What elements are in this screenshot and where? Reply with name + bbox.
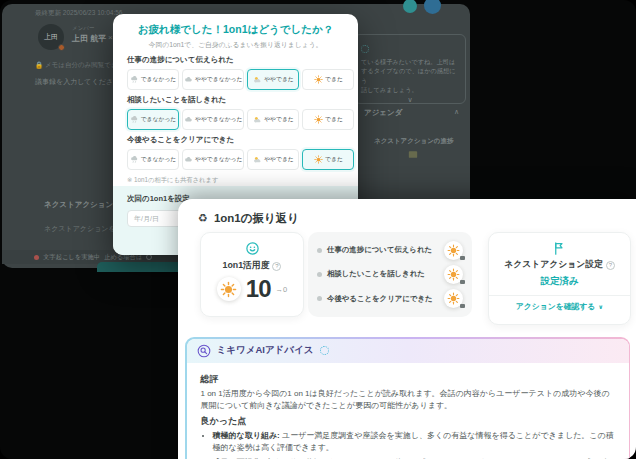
sun-cloud-icon xyxy=(253,75,262,84)
score-delta: →0 xyxy=(276,285,288,294)
bullet-dot-icon xyxy=(317,296,322,301)
survey-question-1: 仕事の進捗について伝えられた できなかった ややできなかった ややできた できた xyxy=(127,55,344,90)
ai-hint-card: ている様子みたいですね。上司は するタイプなので、ほかの感想にう 話してみましょ… xyxy=(354,34,466,104)
checklist-row: 今後やることをクリアにできた xyxy=(317,289,463,308)
option-dekinakatta[interactable]: できなかった xyxy=(127,149,179,170)
option-dekita[interactable]: できた xyxy=(302,149,354,170)
ai-advice-card: ミキワメAIアドバイス 総評 1 on 1活用度から今回の1 on 1は良好だっ… xyxy=(185,337,630,459)
sun-cloud-icon xyxy=(253,155,262,164)
divider xyxy=(489,295,630,296)
end-1on1-button[interactable] xyxy=(97,262,189,272)
option-dekinakatta[interactable]: できなかった xyxy=(127,109,179,130)
ai-summary-text: 1 on 1活用度から今回の1 on 1は良好だったことが読み取れます。会話の内… xyxy=(201,388,615,413)
document-icon xyxy=(408,150,418,159)
survey-question-3: 今後やることをクリアにできた できなかった ややできなかった ややできた できた xyxy=(127,135,344,170)
checklist-row: 仕事の進捗について伝えられた xyxy=(317,241,463,260)
survey-title: お疲れ様でした！1on1はどうでしたか？ xyxy=(113,23,358,37)
next-action-label: ネクストアクション xyxy=(44,200,113,210)
member-name: 上田 航平 xyxy=(72,33,106,44)
sun-icon xyxy=(444,289,463,308)
rain-cloud-icon xyxy=(130,155,139,164)
ai-advice-header: ミキワメAIアドバイス xyxy=(187,339,629,363)
sun-icon xyxy=(314,115,323,124)
screenshot-canvas: 最終更新 2025/06/23 10:04:56 上田 メンバー 上田 航平 ×… xyxy=(0,0,636,459)
sun-icon xyxy=(314,75,323,84)
spinner-icon xyxy=(361,45,369,53)
survey-subtitle: 今回の1on1で、ご自身のふるまいを振り返りましょう。 xyxy=(113,40,358,50)
option-dekinakatta[interactable]: できなかった xyxy=(127,69,179,90)
help-icon[interactable]: ? xyxy=(272,262,281,271)
next-action-status: 設定済み xyxy=(540,275,578,288)
sun-icon xyxy=(444,265,463,284)
next-action-title: ネクストアクション設定 xyxy=(504,259,603,271)
avatar xyxy=(424,0,441,14)
agenda-section-label: アジェンダ xyxy=(364,108,402,118)
delta-badge xyxy=(460,256,465,260)
share-note: ※ 1on1の相手にも共有されます xyxy=(127,176,218,185)
ai-advice-title: ミキワメAIアドバイス xyxy=(217,344,314,357)
rain-cloud-icon xyxy=(130,75,139,84)
ai-good-points-list: 積極的な取り組み: ユーザー満足度調査や座談会を実施し、多くの有益な情報を得るこ… xyxy=(201,430,615,459)
score-value: 10 xyxy=(246,275,271,303)
option-dekita[interactable]: できた xyxy=(302,109,354,130)
checklist-card: 仕事の進捗について伝えられた 相談したいことを話しきれた 今後やることをクリアに… xyxy=(308,232,472,317)
next-action-progress-label: ネクストアクションの進捗 xyxy=(374,137,454,146)
recycle-icon: ♻ xyxy=(198,212,208,225)
option-yaya-dekita[interactable]: ややできた xyxy=(247,109,299,130)
cloud-icon xyxy=(184,115,193,124)
chevron-down-icon: ∨ xyxy=(598,303,603,310)
ai-good-heading: 良かった点 xyxy=(201,415,615,428)
sun-icon xyxy=(444,241,463,260)
option-yaya-dekinakatta[interactable]: ややできなかった xyxy=(182,149,244,170)
avatar xyxy=(403,0,417,13)
loading-spinner-icon xyxy=(320,346,329,355)
option-yaya-dekita[interactable]: ややできた xyxy=(247,149,299,170)
rain-cloud-icon xyxy=(130,115,139,124)
smiley-icon xyxy=(245,241,260,256)
minutes-input[interactable]: 議事録を入力してください xyxy=(35,77,120,87)
delta-badge xyxy=(460,304,465,308)
member-role-label: メンバー xyxy=(72,25,94,32)
score-card: 1on1活用度 ? 10 →0 xyxy=(200,232,304,317)
ai-summary-heading: 総評 xyxy=(201,373,615,386)
chevron-up-icon[interactable]: ∧ xyxy=(454,108,459,116)
confirm-actions-link[interactable]: アクションを確認する ∨ xyxy=(516,301,603,312)
cloud-icon xyxy=(184,75,193,84)
option-yaya-dekita[interactable]: ややできた xyxy=(247,69,299,90)
option-dekita[interactable]: できた xyxy=(302,69,354,90)
reflection-panel: ♻ 1on1の振り返り 1on1活用度 ? 10 →0 仕事の進捗について伝えら… xyxy=(178,199,636,459)
option-yaya-dekinakatta[interactable]: ややできなかった xyxy=(182,109,244,130)
option-yaya-dekinakatta[interactable]: ややできなかった xyxy=(182,69,244,90)
sun-cloud-icon xyxy=(253,115,262,124)
delta-badge xyxy=(460,280,465,284)
last-updated-text: 最終更新 2025/06/23 10:04:56 xyxy=(35,9,122,18)
flag-icon xyxy=(552,241,567,256)
bullet-dot-icon xyxy=(317,248,322,253)
next-action-card: ネクストアクション設定 ? 設定済み アクションを確認する ∨ xyxy=(488,232,631,325)
checklist-row: 相談したいことを話しきれた xyxy=(317,265,463,284)
help-icon[interactable]: ? xyxy=(606,261,615,270)
sun-icon xyxy=(314,155,323,164)
chevron-down-icon[interactable]: ∨ xyxy=(361,96,459,104)
presence-dot xyxy=(58,44,65,51)
cloud-icon xyxy=(184,155,193,164)
bullet-dot-icon xyxy=(317,272,322,277)
score-label: 1on1活用度 xyxy=(223,260,270,272)
sun-icon xyxy=(217,277,241,301)
list-item: 積極的な取り組み: ユーザー満足度調査や座談会を実施し、多くの有益な情報を得るこ… xyxy=(213,430,615,454)
recording-icon xyxy=(34,255,39,260)
survey-question-2: 相談したいことを話しきれた できなかった ややできなかった ややできた できた xyxy=(127,95,344,130)
member-avatar: 上田 xyxy=(38,24,64,50)
mikiwame-logo-icon xyxy=(197,344,211,358)
panel-title: 1on1の振り返り xyxy=(214,211,299,226)
close-icon[interactable]: × xyxy=(108,33,113,42)
